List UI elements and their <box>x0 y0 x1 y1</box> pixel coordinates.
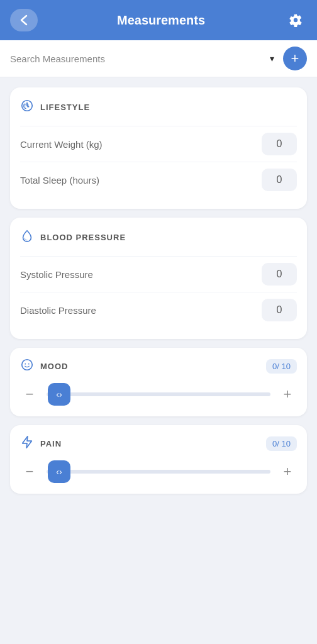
pain-badge: 0/ 10 <box>266 436 297 451</box>
weight-label: Current Weight (kg) <box>20 139 103 150</box>
blood-pressure-card: BLOOD PRESSURE Systolic Pressure 0 Diast… <box>10 218 307 339</box>
systolic-value[interactable]: 0 <box>262 263 297 286</box>
mood-slider-thumb[interactable]: ‹› <box>48 383 70 406</box>
pain-header-left: PAIN <box>20 435 62 452</box>
back-button[interactable] <box>10 9 38 31</box>
mood-header: MOOD 0/ 10 <box>20 358 297 375</box>
lifestyle-card: LIFESTYLE Current Weight (kg) 0 Total Sl… <box>10 87 307 209</box>
chevron-down-icon[interactable]: ▾ <box>270 53 274 64</box>
mood-slider-arrows: ‹› <box>56 389 62 399</box>
pain-minus-button[interactable]: − <box>20 462 39 481</box>
page-title: Measurements <box>38 13 284 28</box>
blood-pressure-icon <box>20 229 34 246</box>
lifestyle-header: LIFESTYLE <box>20 99 297 116</box>
pain-header: PAIN 0/ 10 <box>20 435 297 452</box>
settings-button[interactable] <box>284 9 307 31</box>
pain-slider-track[interactable]: ‹› <box>47 470 270 474</box>
diastolic-row: Diastolic Pressure 0 <box>20 292 297 328</box>
lifestyle-title: LIFESTYLE <box>40 103 90 112</box>
diastolic-value[interactable]: 0 <box>262 299 297 321</box>
mood-title: MOOD <box>40 362 68 371</box>
mood-badge: 0/ 10 <box>266 359 297 374</box>
svg-point-3 <box>28 364 30 365</box>
search-bar: Search Measurements ▾ + <box>0 40 317 77</box>
systolic-label: Systolic Pressure <box>20 269 93 280</box>
sleep-row: Total Sleep (hours) 0 <box>20 162 297 197</box>
mood-plus-button[interactable]: + <box>278 385 297 404</box>
pain-card: PAIN 0/ 10 − ‹› + <box>10 425 307 494</box>
pain-title: PAIN <box>40 439 62 448</box>
pain-plus-button[interactable]: + <box>278 462 297 481</box>
pain-icon <box>20 435 34 452</box>
blood-pressure-title: BLOOD PRESSURE <box>40 233 126 242</box>
systolic-row: Systolic Pressure 0 <box>20 256 297 292</box>
main-content: LIFESTYLE Current Weight (kg) 0 Total Sl… <box>0 77 317 504</box>
pain-slider-thumb[interactable]: ‹› <box>48 460 70 483</box>
weight-row: Current Weight (kg) 0 <box>20 126 297 162</box>
mood-card: MOOD 0/ 10 − ‹› + <box>10 348 307 416</box>
mood-controls: − ‹› + <box>20 385 297 404</box>
mood-header-left: MOOD <box>20 358 68 375</box>
gear-icon <box>289 13 303 27</box>
blood-pressure-header: BLOOD PRESSURE <box>20 229 297 246</box>
mood-icon <box>20 358 34 375</box>
svg-point-1 <box>22 360 33 370</box>
svg-point-2 <box>25 364 26 365</box>
mood-minus-button[interactable]: − <box>20 385 39 404</box>
add-button[interactable]: + <box>283 47 307 70</box>
pain-controls: − ‹› + <box>20 462 297 481</box>
sleep-label: Total Sleep (hours) <box>20 175 99 186</box>
search-bar-left: Search Measurements <box>10 53 270 64</box>
diastolic-label: Diastolic Pressure <box>20 305 96 316</box>
lifestyle-icon <box>20 99 34 116</box>
pain-slider-arrows: ‹› <box>56 467 62 477</box>
header: Measurements <box>0 0 317 40</box>
search-placeholder[interactable]: Search Measurements <box>10 53 105 64</box>
sleep-value[interactable]: 0 <box>262 169 297 191</box>
weight-value[interactable]: 0 <box>262 133 297 155</box>
mood-slider-track[interactable]: ‹› <box>47 392 270 396</box>
